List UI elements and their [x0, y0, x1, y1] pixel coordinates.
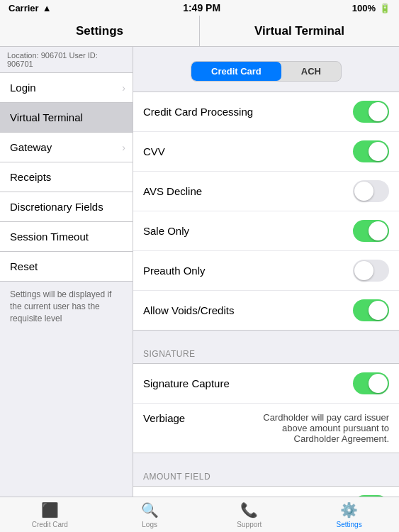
toggle-knob-preauth-only [354, 261, 373, 280]
toggle-manual-entry[interactable] [353, 495, 389, 497]
virtual-terminal-header: Virtual Terminal [200, 16, 399, 46]
main-content: Location: 906701 User ID: 906701 Login ›… [0, 47, 399, 497]
sidebar-item-reset[interactable]: Reset [0, 252, 133, 282]
chevron-right-icon-2: › [122, 142, 125, 153]
sidebar-item-session-timeout[interactable]: Session Timeout [0, 222, 133, 252]
toggle-allow-voids-credits[interactable] [353, 299, 389, 321]
right-panel: Credit Card ACH Credit Card Processing C… [133, 47, 399, 497]
settings-header: Settings [0, 16, 200, 46]
toggle-avs-decline[interactable] [353, 180, 389, 202]
segment-credit-card[interactable]: Credit Card [191, 62, 281, 81]
sidebar-item-reset-label: Reset [10, 260, 38, 272]
toggle-knob-cvv [369, 142, 388, 161]
row-sale-only: Sale Only [133, 211, 399, 251]
tab-logs-label: Logs [142, 521, 157, 528]
sidebar-item-discretionary-fields-label: Discretionary Fields [10, 201, 103, 213]
label-cvv: CVV [143, 145, 353, 157]
toggle-knob-credit-card-processing [369, 102, 388, 121]
tab-settings[interactable]: ⚙️ Settings [299, 497, 399, 532]
sidebar-item-gateway[interactable]: Gateway › [0, 133, 133, 162]
wifi-icon: ▲ [43, 3, 52, 13]
toggle-signature-capture[interactable] [353, 372, 389, 394]
toggle-sale-only[interactable] [353, 220, 389, 242]
sidebar-item-receipts[interactable]: Receipts [0, 162, 133, 192]
tab-credit-card-label: Credit Card [32, 521, 68, 528]
amount-section: AMOUNT FIELD Manual Entry Predefined Amo… [133, 462, 399, 497]
settings-title: Settings [76, 24, 123, 38]
support-icon: 📞 [240, 501, 258, 519]
sidebar-item-session-timeout-label: Session Timeout [10, 231, 89, 243]
app-header: Settings Virtual Terminal [0, 16, 399, 47]
sidebar-item-gateway-label: Gateway [10, 141, 52, 153]
toggle-knob-avs-decline [354, 182, 373, 201]
label-sale-only: Sale Only [143, 225, 353, 237]
toggle-knob-sale-only [369, 221, 388, 240]
processing-table: Credit Card Processing CVV AVS Decline [133, 92, 399, 331]
tab-bar: ⬛ Credit Card 🔍 Logs 📞 Support ⚙️ Settin… [0, 497, 399, 532]
logs-icon: 🔍 [141, 501, 159, 519]
status-right: 100% 🔋 [352, 3, 390, 13]
sidebar-item-receipts-label: Receipts [10, 171, 51, 183]
toggle-cvv[interactable] [353, 140, 389, 162]
sidebar-location: Location: 906701 User ID: 906701 [0, 47, 133, 73]
label-verbiage: Verbiage [143, 412, 254, 424]
settings-icon: ⚙️ [340, 501, 358, 519]
sidebar-item-virtual-terminal-label: Virtual Terminal [10, 111, 83, 123]
tab-settings-label: Settings [337, 521, 362, 528]
status-left: Carrier ▲ [9, 3, 52, 13]
label-preauth-only: Preauth Only [143, 265, 353, 277]
row-credit-card-processing: Credit Card Processing [133, 92, 399, 132]
carrier-label: Carrier [9, 3, 39, 13]
signature-section-header: SIGNATURE [133, 339, 399, 363]
toggle-knob-signature-capture [369, 374, 388, 393]
row-manual-entry: Manual Entry [133, 487, 399, 497]
toggle-knob-allow-voids-credits [369, 301, 388, 320]
sidebar-item-discretionary-fields[interactable]: Discretionary Fields [0, 192, 133, 222]
sidebar: Location: 906701 User ID: 906701 Login ›… [0, 47, 133, 497]
tab-logs[interactable]: 🔍 Logs [100, 497, 200, 532]
signature-section: SIGNATURE Signature Capture Verbiage Car… [133, 339, 399, 462]
sidebar-note: Settings will be displayed if the curren… [0, 282, 133, 331]
label-avs-decline: AVS Decline [143, 185, 353, 197]
tab-support[interactable]: 📞 Support [200, 497, 300, 532]
row-avs-decline: AVS Decline [133, 172, 399, 211]
label-signature-capture: Signature Capture [143, 377, 353, 389]
segment-control[interactable]: Credit Card ACH [191, 61, 342, 82]
row-verbiage: Verbiage Cardholder will pay card issuer… [133, 404, 399, 453]
status-bar: Carrier ▲ 1:49 PM 100% 🔋 [0, 0, 399, 16]
row-preauth-only: Preauth Only [133, 251, 399, 291]
battery-label: 100% [352, 3, 376, 13]
processing-section: Credit Card Processing CVV AVS Decline [133, 92, 399, 339]
value-verbiage: Cardholder will pay card issuer above am… [254, 412, 389, 444]
toggle-credit-card-processing[interactable] [353, 101, 389, 123]
signature-table: Signature Capture Verbiage Cardholder wi… [133, 363, 399, 453]
time-display: 1:49 PM [183, 2, 220, 13]
sidebar-item-virtual-terminal[interactable]: Virtual Terminal [0, 103, 133, 133]
label-allow-voids-credits: Allow Voids/Credits [143, 304, 353, 316]
sidebar-item-login[interactable]: Login › [0, 73, 133, 103]
tab-support-label: Support [237, 521, 262, 528]
amount-section-header: AMOUNT FIELD [133, 462, 399, 486]
row-cvv: CVV [133, 132, 399, 172]
toggle-preauth-only[interactable] [353, 260, 389, 282]
battery-icon: 🔋 [379, 3, 390, 13]
amount-table: Manual Entry Predefined Amount $0.00 Dro… [133, 486, 399, 497]
segment-ach[interactable]: ACH [281, 62, 341, 81]
tab-credit-card[interactable]: ⬛ Credit Card [0, 497, 100, 532]
credit-card-icon: ⬛ [41, 501, 59, 519]
virtual-terminal-title: Virtual Terminal [254, 24, 344, 38]
row-allow-voids-credits: Allow Voids/Credits [133, 291, 399, 330]
row-signature-capture: Signature Capture [133, 364, 399, 404]
label-credit-card-processing: Credit Card Processing [143, 106, 353, 118]
chevron-right-icon: › [122, 82, 125, 94]
sidebar-item-login-label: Login [10, 82, 36, 94]
